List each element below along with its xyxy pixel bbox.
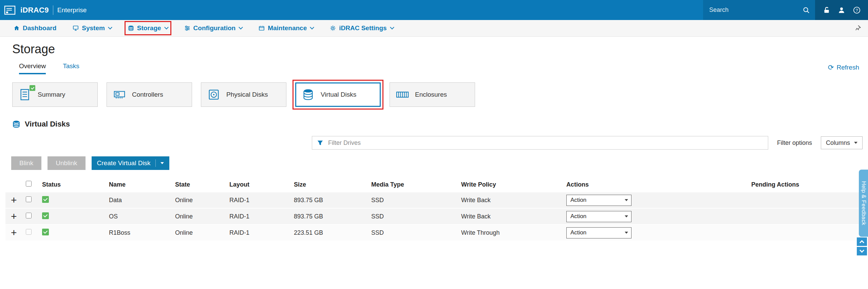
tab-overview[interactable]: Overview [19, 62, 46, 74]
refresh-icon: ⟳ [828, 64, 834, 71]
home-icon [14, 25, 20, 31]
action-dropdown[interactable]: Action [566, 195, 631, 206]
help-icon[interactable]: ? [853, 6, 861, 14]
gear-icon [330, 25, 336, 31]
section-title: Virtual Disks [12, 120, 868, 129]
nav-item-configuration[interactable]: Configuration [184, 24, 243, 32]
filter-drives-input[interactable] [327, 139, 763, 147]
search-box[interactable] [703, 0, 815, 20]
cell-size: 893.75 GB [290, 209, 368, 224]
action-dropdown[interactable]: Action [566, 227, 631, 238]
card-label: Controllers [132, 91, 163, 98]
expand-row-button[interactable]: + [9, 211, 17, 221]
card-label: Physical Disks [226, 91, 268, 98]
card-enclosures[interactable]: Enclosures [390, 82, 475, 107]
cell-size: 893.75 GB [290, 192, 368, 208]
page-title: Storage [12, 42, 868, 56]
cell-name: R1Boss [106, 225, 172, 240]
card-controllers[interactable]: Controllers [107, 82, 192, 107]
toolbar: Blink Unblink Create Virtual Disk [11, 156, 868, 170]
card-summary[interactable]: Summary [12, 82, 98, 107]
scroll-bottom-button[interactable] [857, 247, 867, 255]
columns-button[interactable]: Columns [821, 136, 863, 149]
nav-item-label: Dashboard [23, 24, 56, 32]
lock-icon[interactable] [823, 6, 830, 14]
chevron-down-icon [390, 25, 394, 30]
enclosures-icon [395, 88, 410, 102]
cell-media-type: SSD [368, 192, 458, 208]
select-all-checkbox[interactable] [26, 181, 32, 187]
nav-item-idrac-settings[interactable]: iDRAC Settings [330, 24, 393, 32]
nav-item-maintenance[interactable]: Maintenance [259, 24, 314, 32]
search-input[interactable] [709, 6, 799, 14]
chevron-down-icon [108, 25, 112, 30]
cell-pending-actions [748, 225, 864, 240]
tabs-row: Overview Tasks ⟳ Refresh [19, 62, 859, 74]
chevron-down-icon [860, 248, 864, 253]
user-icon[interactable] [838, 6, 845, 14]
chevron-down-icon [310, 25, 314, 30]
header-status: Status [36, 177, 106, 192]
action-dropdown-label: Action [570, 197, 586, 204]
table-header: Status Name State Layout Size Media Type… [5, 177, 864, 192]
row-checkbox[interactable] [26, 213, 32, 218]
unblink-button[interactable]: Unblink [48, 156, 85, 170]
controllers-icon [112, 88, 127, 102]
filter-options-link[interactable]: Filter options [777, 139, 812, 147]
pin-icon[interactable] [854, 25, 861, 32]
blink-button[interactable]: Blink [11, 156, 41, 170]
cell-name: OS [106, 209, 172, 224]
table-row: + OS Online RAID-1 893.75 GB SSD Write B… [5, 209, 864, 224]
action-dropdown-label: Action [570, 213, 586, 220]
brand: iDRAC9 Enterprise [0, 5, 87, 16]
action-dropdown[interactable]: Action [566, 211, 631, 222]
cell-media-type: SSD [368, 225, 458, 240]
search-icon[interactable] [803, 7, 810, 14]
refresh-label: Refresh [836, 64, 859, 71]
status-ok-badge [30, 85, 35, 91]
product-name: iDRAC9 [20, 6, 49, 15]
table-row: + Data Online RAID-1 893.75 GB SSD Write… [5, 192, 864, 208]
system-icon [73, 25, 79, 31]
chevron-down-icon [164, 25, 169, 30]
card-virtual-disks[interactable]: Virtual Disks [295, 82, 381, 107]
cell-state: Online [172, 209, 226, 224]
nav-item-dashboard[interactable]: Dashboard [14, 24, 56, 32]
header-size: Size [290, 177, 368, 192]
nav-item-label: Maintenance [268, 24, 307, 32]
nav-item-storage[interactable]: Storage [128, 24, 168, 32]
help-feedback-tab[interactable]: Help & Feedback [859, 170, 868, 237]
row-checkbox[interactable] [26, 229, 32, 235]
card-label: Summary [38, 91, 65, 98]
header-name: Name [106, 177, 172, 192]
main-nav: Dashboard System Storage Configuration M… [0, 20, 868, 37]
refresh-button[interactable]: ⟳ Refresh [828, 64, 859, 74]
filter-icon [317, 140, 323, 146]
scroll-top-button[interactable] [857, 237, 867, 246]
create-virtual-disk-button[interactable]: Create Virtual Disk [92, 156, 169, 170]
virtual-disks-icon [301, 88, 315, 102]
status-ok-icon [42, 212, 49, 219]
cell-write-policy: Write Back [458, 209, 563, 224]
header-select [19, 177, 36, 192]
cell-state: Online [172, 225, 226, 240]
section-title-label: Virtual Disks [25, 120, 70, 129]
expand-row-button[interactable]: + [9, 195, 17, 205]
caret-down-icon [625, 215, 628, 217]
table-row: + R1Boss Online RAID-1 223.51 GB SSD Wri… [5, 225, 864, 240]
columns-button-label: Columns [826, 139, 850, 147]
row-checkbox[interactable] [26, 196, 32, 202]
virtual-disks-icon [12, 120, 20, 128]
card-physical-disks[interactable]: Physical Disks [201, 82, 286, 107]
expand-row-button[interactable]: + [9, 228, 17, 238]
cell-write-policy: Write Through [458, 225, 563, 240]
tab-tasks[interactable]: Tasks [63, 62, 79, 74]
cell-pending-actions [748, 192, 864, 208]
caret-down-icon [625, 232, 628, 234]
cell-layout: RAID-1 [226, 225, 290, 240]
brand-separator [53, 5, 53, 15]
filter-drives-box[interactable] [312, 136, 768, 150]
nav-item-system[interactable]: System [73, 24, 112, 32]
storage-page: Storage Overview Tasks ⟳ Refresh Summary… [0, 42, 868, 241]
masthead: iDRAC9 Enterprise ? [0, 0, 868, 20]
